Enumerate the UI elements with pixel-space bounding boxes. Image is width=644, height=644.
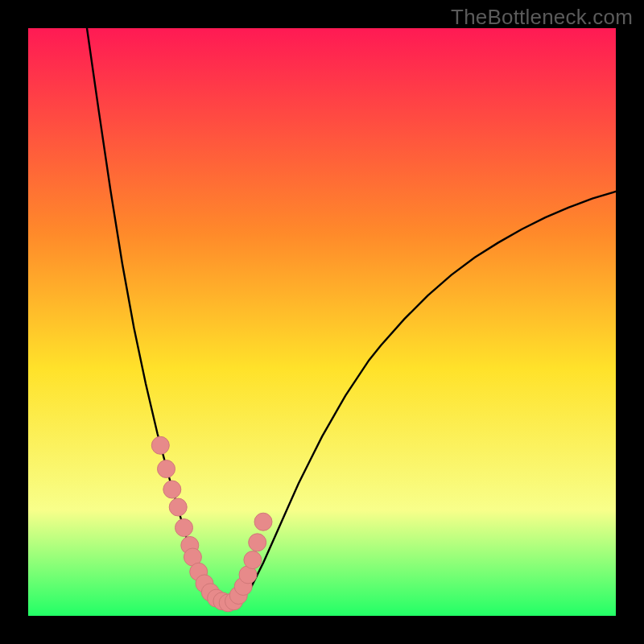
curve-marker [158, 460, 175, 478]
curve-marker [169, 498, 187, 516]
curve-marker [249, 534, 266, 551]
plot-background [28, 28, 616, 616]
curve-marker [254, 513, 272, 530]
curve-marker [151, 436, 169, 454]
watermark-text: TheBottleneck.com [451, 5, 633, 30]
chart-frame: TheBottleneck.com [0, 0, 644, 644]
bottleneck-chart [0, 0, 644, 644]
curve-marker [163, 481, 181, 498]
curve-marker [175, 519, 193, 537]
curve-marker [244, 551, 262, 569]
